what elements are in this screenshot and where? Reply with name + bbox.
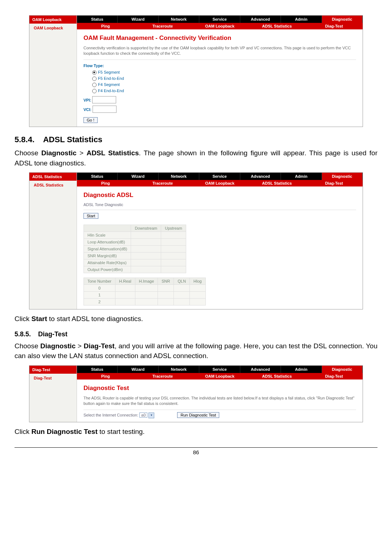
tab-diagnostic[interactable]: Diagnostic: [322, 173, 363, 180]
radio-f5-end-to-end[interactable]: F5 End-to-End: [92, 75, 356, 82]
tab-service[interactable]: Service: [199, 16, 240, 23]
subtab-diag-test[interactable]: Diag-Test: [306, 180, 363, 186]
table-row: SNR Margin(dB): [84, 253, 186, 259]
radio-icon: [92, 77, 97, 81]
adsl-metrics-table: Downstream Upstream Hlin Scale Loop Atte…: [83, 225, 186, 273]
col-upstream: Upstream: [161, 225, 186, 232]
tab-service[interactable]: Service: [199, 366, 240, 373]
tab-status[interactable]: Status: [77, 366, 118, 373]
subtab-oam-loopback[interactable]: OAM Loopback: [191, 373, 248, 379]
after-shot2-text: Click Start to start ADSL tone diagnosti…: [15, 314, 377, 324]
subtab-oam-loopback[interactable]: OAM Loopback: [191, 23, 248, 29]
subtab-traceroute[interactable]: Traceroute: [134, 373, 191, 379]
tab-advanced[interactable]: Advanced: [240, 16, 281, 23]
radio-f5-segment[interactable]: F5 Segment: [92, 69, 356, 75]
section-heading-584: 5.8.4. ADSL Statistics: [15, 135, 377, 144]
main-nav: Status Wizard Network Service Advanced A…: [77, 16, 363, 23]
vpi-label: VPI:: [83, 98, 91, 102]
radio-icon: [92, 83, 97, 87]
sidebar-item-diag-test[interactable]: Diag-Test: [29, 374, 77, 382]
tab-admin[interactable]: Admin: [281, 173, 322, 180]
subtab-adsl-statistics[interactable]: ADSL Statistics: [248, 23, 305, 29]
chevron-down-icon[interactable]: ▾: [148, 413, 154, 418]
tone-table: Tone Number H.Real H.Image SNR QLN Hlog …: [83, 278, 206, 305]
tab-admin[interactable]: Admin: [281, 366, 322, 373]
subtab-diag-test[interactable]: Diag-Test: [306, 373, 363, 379]
subheading: ADSL Tone Diagnostic: [83, 202, 356, 210]
tab-wizard[interactable]: Wizard: [118, 16, 158, 23]
tab-status[interactable]: Status: [77, 16, 118, 23]
screenshot-diag-test: Diag-Test Diag-Test Status Wizard Networ…: [29, 365, 363, 422]
go-button[interactable]: Go !: [83, 117, 98, 123]
subtab-ping[interactable]: Ping: [77, 180, 134, 186]
subtab-oam-loopback[interactable]: OAM Loopback: [191, 180, 248, 186]
col-snr: SNR: [158, 278, 174, 285]
tab-admin[interactable]: Admin: [281, 16, 322, 23]
sidebar-item-oam-loopback[interactable]: OAM Loopback: [29, 24, 77, 32]
sidebar-item-adsl-statistics[interactable]: ADSL Statistics: [29, 181, 77, 189]
table-row: 0: [84, 285, 206, 292]
tab-advanced[interactable]: Advanced: [240, 366, 281, 373]
page-description: Connectivity verification is supported b…: [83, 45, 356, 60]
table-row: Hlin Scale: [84, 232, 186, 239]
table-row: 2: [84, 299, 206, 305]
tab-diagnostic[interactable]: Diagnostic: [322, 16, 363, 23]
section-heading-585: 5.8.5. Diag-Test: [15, 331, 377, 338]
page-title: Diagnostic Test: [83, 385, 356, 392]
select-connection-row: Select the Internet Connection: a0 ▾ Run…: [83, 412, 356, 418]
connection-select[interactable]: a0: [139, 413, 147, 418]
col-downstream: Downstream: [131, 225, 161, 232]
col-hreal: H.Real: [115, 278, 135, 285]
col-tone-number: Tone Number: [84, 278, 115, 285]
sidebar-title: Diag-Test: [29, 366, 77, 374]
tab-diagnostic[interactable]: Diagnostic: [322, 366, 363, 373]
col-himage: H.Image: [135, 278, 158, 285]
page-number: 86: [15, 447, 377, 455]
sidebar-title: ADSL Statistics: [29, 173, 77, 181]
run-diagnostic-button[interactable]: Run Diagnostic Test: [177, 412, 219, 418]
tab-service[interactable]: Service: [199, 173, 240, 180]
radio-icon: [92, 70, 97, 75]
subtab-diag-test[interactable]: Diag-Test: [306, 23, 363, 29]
section-para-585: Choose Diagnostic > Diag-Test, and you w…: [15, 341, 377, 361]
page-title: OAM Fault Management - Connectivity Veri…: [83, 34, 356, 42]
main-nav: Status Wizard Network Service Advanced A…: [77, 173, 363, 180]
tab-network[interactable]: Network: [159, 16, 199, 23]
sub-nav: Ping Traceroute OAM Loopback ADSL Statis…: [77, 180, 363, 186]
radio-f4-end-to-end[interactable]: F4 End-to-End: [92, 88, 356, 94]
tab-status[interactable]: Status: [77, 173, 118, 180]
sub-nav: Ping Traceroute OAM Loopback ADSL Statis…: [77, 23, 363, 29]
start-button[interactable]: Start: [83, 213, 98, 219]
subtab-ping[interactable]: Ping: [77, 23, 134, 29]
subtab-traceroute[interactable]: Traceroute: [134, 180, 191, 186]
vci-label: VCI:: [83, 107, 91, 112]
after-shot3-text: Click Run Diagnostic Test to start testi…: [15, 427, 377, 437]
sidebar-title: OAM Loopback: [29, 16, 77, 24]
tab-network[interactable]: Network: [159, 173, 199, 180]
sub-nav: Ping Traceroute OAM Loopback ADSL Statis…: [77, 373, 363, 379]
tab-advanced[interactable]: Advanced: [240, 173, 281, 180]
screenshot-adsl-statistics: ADSL Statistics ADSL Statistics Status W…: [29, 172, 363, 309]
table-row: Signal Attenuation(dB): [84, 246, 186, 253]
radio-icon: [92, 89, 97, 93]
subtab-ping[interactable]: Ping: [77, 373, 134, 379]
subtab-traceroute[interactable]: Traceroute: [134, 23, 191, 29]
main-nav: Status Wizard Network Service Advanced A…: [77, 366, 363, 373]
tab-wizard[interactable]: Wizard: [118, 173, 158, 180]
page-title: Diagnostic ADSL: [83, 192, 356, 199]
table-row: Loop Attenuation(dB): [84, 239, 186, 246]
section-para-584: Choose Diagnostic > ADSL Statistics. The…: [15, 148, 377, 168]
subtab-adsl-statistics[interactable]: ADSL Statistics: [248, 373, 305, 379]
flow-type-label: Flow Type:: [83, 63, 356, 68]
vci-input[interactable]: [93, 106, 117, 113]
col-qln: QLN: [174, 278, 190, 285]
subtab-adsl-statistics[interactable]: ADSL Statistics: [248, 180, 305, 186]
screenshot-oam-loopback: OAM Loopback OAM Loopback Status Wizard …: [29, 15, 363, 127]
select-label: Select the Internet Connection:: [83, 413, 138, 417]
table-row: Output Power(dBm): [84, 266, 186, 273]
tab-wizard[interactable]: Wizard: [118, 366, 158, 373]
radio-f4-segment[interactable]: F4 Segment: [92, 82, 356, 88]
table-row: 1: [84, 292, 206, 299]
tab-network[interactable]: Network: [159, 366, 199, 373]
vpi-input[interactable]: [92, 96, 116, 103]
